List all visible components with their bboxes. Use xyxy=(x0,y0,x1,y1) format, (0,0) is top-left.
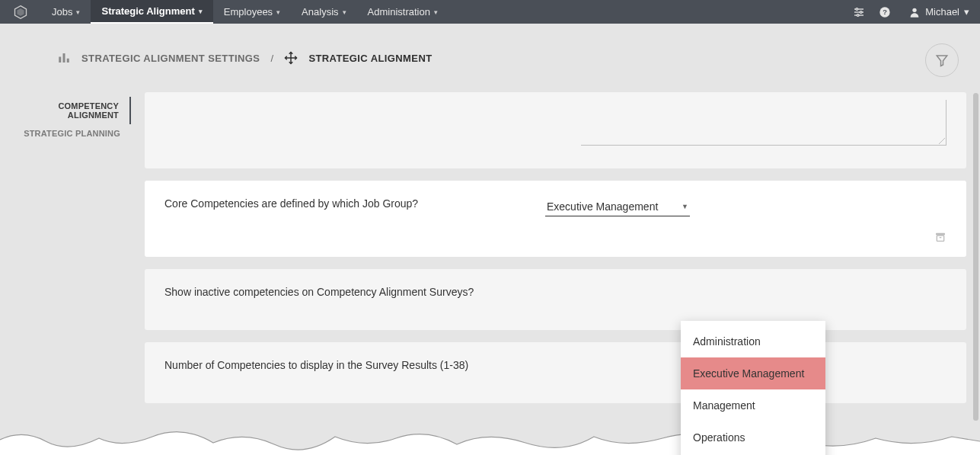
svg-rect-16 xyxy=(937,236,943,241)
scrollbar[interactable] xyxy=(973,93,978,421)
move-icon xyxy=(284,51,298,65)
svg-rect-11 xyxy=(59,57,61,63)
nav-jobs[interactable]: Jobs▾ xyxy=(41,0,91,24)
nav-strategic-alignment[interactable]: Strategic Alignment▾ xyxy=(91,0,212,24)
nav-employees[interactable]: Employees▾ xyxy=(213,0,291,24)
question-label: Show inactive competencies on Competency… xyxy=(164,286,545,313)
dropdown-option[interactable]: Operations xyxy=(681,421,825,453)
breadcrumb-separator: / xyxy=(270,53,273,64)
svg-rect-12 xyxy=(63,53,65,62)
nav-label: Strategic Alignment xyxy=(101,5,194,17)
dropdown-option[interactable]: Management xyxy=(681,389,825,421)
caret-down-icon: ▼ xyxy=(682,203,688,210)
subheader: STRATEGIC ALIGNMENT SETTINGS / STRATEGIC… xyxy=(0,24,980,92)
card-inactive-competencies: Show inactive competencies on Competency… xyxy=(145,269,966,330)
text-area[interactable] xyxy=(581,100,946,146)
app-logo[interactable] xyxy=(0,5,41,20)
breadcrumb-current: STRATEGIC ALIGNMENT xyxy=(308,53,432,64)
hexagon-icon xyxy=(13,5,28,20)
svg-rect-13 xyxy=(67,59,69,62)
sliders-icon xyxy=(853,6,865,18)
user-menu[interactable]: Michael ▾ xyxy=(898,6,980,18)
svg-marker-1 xyxy=(17,8,24,16)
nav-label: Jobs xyxy=(52,6,72,18)
help-button[interactable]: ? xyxy=(872,0,898,24)
nav-analysis[interactable]: Analysis▾ xyxy=(291,0,356,24)
archive-icon[interactable] xyxy=(934,231,946,246)
chevron-down-icon: ▾ xyxy=(276,8,280,16)
filter-icon xyxy=(935,53,949,67)
svg-marker-14 xyxy=(937,56,947,66)
sidebar: COMPETENCY ALIGNMENT STRATEGIC PLANNING xyxy=(0,92,131,455)
top-nav: Jobs▾ Strategic Alignment▾ Employees▾ An… xyxy=(0,0,980,24)
card-competency-count: Number of Competencies to display in the… xyxy=(145,342,966,403)
filter-button[interactable] xyxy=(925,43,959,77)
svg-point-5 xyxy=(856,8,858,10)
dropdown-option[interactable]: Executive Management xyxy=(681,357,825,389)
nav-label: Analysis xyxy=(302,6,338,18)
question-label: Core Competencies are defined by which J… xyxy=(164,197,545,240)
chevron-down-icon: ▾ xyxy=(434,8,438,16)
job-group-select[interactable]: Executive Management ▼ xyxy=(545,197,690,216)
breadcrumb-parent[interactable]: STRATEGIC ALIGNMENT SETTINGS xyxy=(81,53,260,64)
svg-point-10 xyxy=(913,8,917,11)
user-name: Michael xyxy=(925,6,959,18)
body: COMPETENCY ALIGNMENT STRATEGIC PLANNING … xyxy=(0,92,980,455)
card-textarea xyxy=(145,92,966,168)
sidebar-item-competency-alignment[interactable]: COMPETENCY ALIGNMENT xyxy=(0,97,131,124)
help-icon: ? xyxy=(879,6,891,18)
chevron-down-icon: ▾ xyxy=(76,8,80,16)
svg-rect-15 xyxy=(936,233,945,236)
question-label: Number of Competencies to display in the… xyxy=(164,359,545,386)
nav-administration[interactable]: Administration▾ xyxy=(357,0,449,24)
chevron-down-icon: ▾ xyxy=(343,8,346,16)
nav-label: Employees xyxy=(224,6,273,18)
sidebar-item-strategic-planning[interactable]: STRATEGIC PLANNING xyxy=(0,124,131,143)
svg-text:?: ? xyxy=(883,8,887,16)
bar-chart-icon xyxy=(57,51,71,65)
svg-point-6 xyxy=(860,11,863,13)
job-group-dropdown: Administration Executive Management Mana… xyxy=(681,321,825,455)
main-content: Core Competencies are defined by which J… xyxy=(131,92,980,455)
dropdown-option[interactable]: Administration xyxy=(681,325,825,357)
breadcrumb: STRATEGIC ALIGNMENT SETTINGS / STRATEGIC… xyxy=(57,51,433,65)
svg-point-7 xyxy=(857,14,860,16)
user-icon xyxy=(908,6,921,18)
settings-sliders-icon[interactable] xyxy=(846,0,872,24)
select-value: Executive Management xyxy=(547,200,658,213)
chevron-down-icon: ▾ xyxy=(964,6,969,18)
nav-label: Administration xyxy=(368,6,430,18)
card-job-group: Core Competencies are defined by which J… xyxy=(145,181,966,257)
chevron-down-icon: ▾ xyxy=(199,8,203,15)
